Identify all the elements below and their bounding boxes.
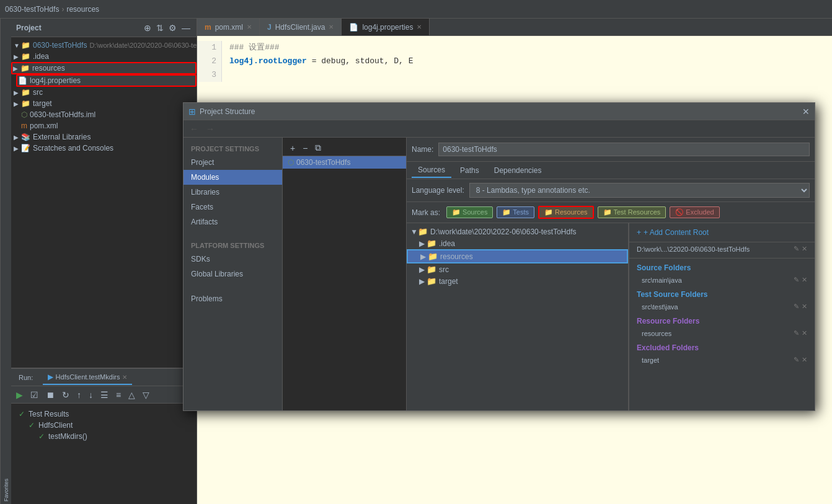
settings-project[interactable]: Project <box>184 155 282 170</box>
mark-sources-label: Sources <box>462 208 487 216</box>
collapse-icon[interactable]: ⇅ <box>155 22 165 34</box>
dtree-idea[interactable]: ▶ 📁 .idea <box>407 237 628 249</box>
test-mkdirs[interactable]: ✓ testMkdirs() <box>36 431 192 442</box>
run-up-btn[interactable]: △ <box>126 389 138 401</box>
module-icon: 📁 <box>21 41 30 50</box>
name-label: Name: <box>412 145 433 154</box>
dialog-icon: ⊞ <box>188 107 196 117</box>
dtree-root[interactable]: ▼ 📁 D:\work\date\2020\2022-06\0630-testT… <box>407 226 628 237</box>
mark-sources-btn[interactable]: 📁 Sources <box>446 206 493 218</box>
mark-excluded-label: Excluded <box>686 208 714 216</box>
tree-pom[interactable]: ▶ m pom.xml <box>11 120 197 131</box>
tab-pom-xml[interactable]: m pom.xml ✕ <box>197 19 260 35</box>
settings-sdks[interactable]: SDKs <box>184 252 282 267</box>
java-tab-icon: J <box>267 23 272 32</box>
settings-modules[interactable]: Modules <box>184 170 282 185</box>
settings-artifacts[interactable]: Artifacts <box>184 214 282 229</box>
run-tab-close[interactable]: ✕ <box>122 374 127 381</box>
tree-src[interactable]: ▶ 📁 src <box>11 87 197 98</box>
tree-ext-libs[interactable]: ▶ 📚 External Libraries <box>11 131 197 143</box>
dtree-idea-arrow: ▶ <box>419 239 427 248</box>
test-hdfs-client[interactable]: ✓ HdfsClient <box>26 420 192 431</box>
settings-panel: Project Settings Project Modules Librari… <box>184 138 283 410</box>
bottom-panel: Run: ▶ HdfsClient.testMkdirs ✕ ▶ ☑ ⏹ ↻ ↑… <box>11 368 197 504</box>
mark-tests-btn[interactable]: 📁 Tests <box>497 206 534 218</box>
run-align-btn[interactable]: ☰ <box>98 389 111 401</box>
nav-back-btn[interactable]: ← <box>188 123 200 135</box>
tree-root[interactable]: ▼ 📁 0630-testToHdfs D:\work\date\2020\20… <box>11 40 197 51</box>
module-item-0630[interactable]: ⬡ 0630-testToHdfs <box>283 156 406 169</box>
breadcrumb-project: 0630-testToHdfs <box>5 5 59 14</box>
run-rerun-btn[interactable]: ↻ <box>60 389 72 401</box>
minimize-icon[interactable]: — <box>180 22 192 34</box>
resource-folder-item-0[interactable]: resources ✎ ✕ <box>629 328 815 338</box>
toolbar-icons: ⊕ ⇅ ⚙ — <box>143 22 192 34</box>
tree-arrow-target: ▶ <box>14 100 21 107</box>
run-sort-asc-btn[interactable]: ↑ <box>74 389 84 401</box>
path-edit-btn[interactable]: ✎ <box>794 245 799 253</box>
run-play-btn[interactable]: ▶ <box>14 389 25 401</box>
add-module-btn[interactable]: + <box>288 142 298 154</box>
tab-log4j-props[interactable]: 📄 log4j.properties ✕ <box>342 19 430 35</box>
settings-libraries[interactable]: Libraries <box>184 185 282 200</box>
run-sort-desc-btn[interactable]: ↓ <box>86 389 95 401</box>
gear-icon[interactable]: ⚙ <box>167 22 178 34</box>
nav-forward-btn[interactable]: → <box>205 123 216 135</box>
dtree-src[interactable]: ▶ 📁 src <box>407 263 628 275</box>
module-list: + − ⧉ ⬡ 0630-testToHdfs <box>283 138 407 410</box>
dtree-target-icon: 📁 <box>427 276 436 286</box>
settings-facets[interactable]: Facets <box>184 200 282 214</box>
mark-test-resources-btn[interactable]: 📁 Test Resources <box>598 206 666 218</box>
tree-log4j[interactable]: 📄 log4j.properties <box>16 74 197 87</box>
run-align2-btn[interactable]: ≡ <box>113 389 123 401</box>
dialog-nav: ← → <box>184 120 815 138</box>
excluded-folder-item-0[interactable]: target ✎ ✕ <box>629 355 815 365</box>
name-input[interactable] <box>438 143 810 156</box>
tab-sources[interactable]: Sources <box>412 163 451 178</box>
tree-target[interactable]: ▶ 📁 target <box>11 98 197 109</box>
excluded-edit-0[interactable]: ✎ <box>794 356 799 364</box>
bottom-tab-run[interactable]: ▶ HdfsClient.testMkdirs ✕ <box>43 370 132 385</box>
run-checkbox-btn[interactable]: ☑ <box>28 389 41 401</box>
java-tab-close[interactable]: ✕ <box>329 24 334 30</box>
tab-hdfs-java[interactable]: J HdfsClient.java ✕ <box>260 19 342 35</box>
lang-select[interactable]: 8 - Lambdas, type annotations etc. <box>469 183 810 198</box>
module-folder-icon: ⬡ <box>288 158 294 167</box>
add-icon[interactable]: ⊕ <box>143 22 153 34</box>
props-tab-close[interactable]: ✕ <box>417 24 422 30</box>
dialog-close-btn[interactable]: ✕ <box>802 107 810 117</box>
run-down-btn[interactable]: ▽ <box>140 389 152 401</box>
test-source-remove-0[interactable]: ✕ <box>802 303 807 311</box>
tab-paths[interactable]: Paths <box>454 164 485 177</box>
dtree-target[interactable]: ▶ 📁 target <box>407 275 628 287</box>
mark-excluded-btn[interactable]: 🚫 Excluded <box>670 206 719 218</box>
tree-iml[interactable]: ▶ ⬡ 0630-testToHdfs.iml <box>11 109 197 120</box>
tab-dependencies[interactable]: Dependencies <box>488 164 548 177</box>
add-content-root-btn[interactable]: + + Add Content Root <box>629 223 815 242</box>
code-content-3 <box>222 68 234 82</box>
pom-tab-close[interactable]: ✕ <box>247 24 252 30</box>
path-remove-btn[interactable]: ✕ <box>802 245 807 253</box>
resource-edit-0[interactable]: ✎ <box>794 329 799 337</box>
tree-idea[interactable]: ▶ 📁 .idea <box>11 51 197 62</box>
source-edit-0[interactable]: ✎ <box>794 276 799 284</box>
settings-problems[interactable]: Problems <box>184 291 282 306</box>
run-stop-btn[interactable]: ⏹ <box>43 389 57 401</box>
tree-scratches[interactable]: ▶ 📝 Scratches and Consoles <box>11 143 197 154</box>
mark-sources-icon: 📁 <box>452 208 461 216</box>
test-source-edit-0[interactable]: ✎ <box>794 303 799 311</box>
resource-remove-0[interactable]: ✕ <box>802 329 807 337</box>
test-source-folder-item-0[interactable]: src\test\java ✎ ✕ <box>629 301 815 312</box>
project-structure-dialog[interactable]: ⊞ Project Structure ✕ ← → Project Settin… <box>183 102 815 411</box>
excluded-remove-0[interactable]: ✕ <box>802 356 807 364</box>
tree-resources[interactable]: ▶ 📁 resources <box>11 62 197 74</box>
mark-resources-btn[interactable]: 📁 Resources <box>538 206 594 219</box>
settings-global-libs[interactable]: Global Libraries <box>184 267 282 281</box>
copy-module-btn[interactable]: ⧉ <box>312 141 324 154</box>
source-folder-item-0[interactable]: src\main\java ✎ ✕ <box>629 275 815 285</box>
test-root-item[interactable]: ✓ Test Results <box>16 409 192 420</box>
dtree-resources[interactable]: ▶ 📁 resources <box>407 249 628 263</box>
tree-iml-label: 0630-testToHdfs.iml <box>30 110 95 119</box>
source-remove-0[interactable]: ✕ <box>802 276 807 284</box>
remove-module-btn[interactable]: − <box>300 142 310 154</box>
